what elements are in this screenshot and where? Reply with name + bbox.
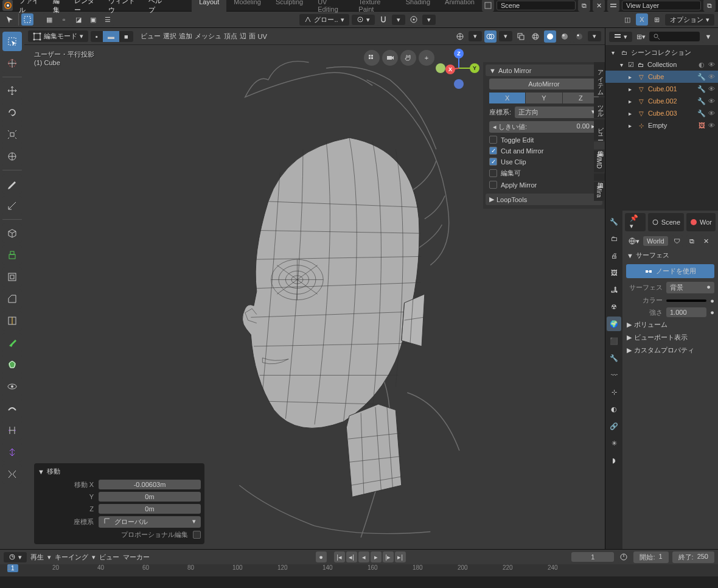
menu-file[interactable]: ファイル [19,0,44,15]
gizmo-dropdown[interactable]: ▾ [469,31,482,41]
viewport-menu-vertex[interactable]: 頂点 [224,32,237,41]
menu-window[interactable]: ウィンドウ [108,0,140,15]
world-copy-icon[interactable]: ⧉ [686,235,697,247]
shading-matprev-icon[interactable] [559,30,571,43]
prev-key-icon[interactable]: ◂| [346,551,357,562]
timeline-track[interactable] [0,576,718,588]
tool-rip-icon[interactable] [2,464,22,484]
start-frame-field[interactable]: 開始:1 [633,551,668,563]
nav-zoom-icon[interactable] [364,50,380,66]
npanel-tab-3[interactable]: 編集 [594,142,605,149]
viewlayer-copy-icon[interactable]: ⧉ [703,0,716,12]
viewport-menu-select[interactable]: 選択 [163,32,176,41]
tool-move-icon[interactable] [2,81,22,100]
drag-action-4-icon[interactable]: ▣ [87,13,99,26]
tool-cursor-icon[interactable] [4,13,16,26]
tool-scale-icon[interactable] [2,125,22,144]
outliner-filter-icon[interactable]: ⊞▾ [635,30,647,43]
viewlayer-name-field[interactable]: View Layer [622,1,701,10]
props-pin-icon[interactable]: 📌▾ [625,213,646,231]
npanel-tab-2[interactable]: ビュー [594,119,605,141]
tl-play-menu[interactable]: 再生 [30,553,44,562]
npanel-tab-5[interactable]: 追加 [594,173,605,181]
use-clip-checkbox[interactable] [489,158,497,166]
tool-add-cube-icon[interactable] [2,223,22,243]
overlay-dropdown[interactable]: ▾ [499,31,512,41]
outliner-mode-dropdown[interactable]: ▾ [609,32,632,42]
workspace-tab-animation[interactable]: Animation [437,0,482,15]
outliner-item-cube-003[interactable]: ▸▽Cube.003🔧👁 [605,107,718,119]
viewport-section-header[interactable]: ▶ビューポート表示 [625,331,716,344]
axis-button-x[interactable]: X [489,93,525,103]
jump-end-icon[interactable]: ▸| [395,551,406,562]
props-tab-10[interactable]: ⊹ [607,385,621,399]
proportional-toggle-icon[interactable] [408,13,420,26]
viewport-gizmo[interactable]: Z Y X [441,50,477,86]
drag-action-1-icon[interactable]: ▦ [43,13,55,26]
props-tab-11[interactable]: ◐ [607,402,621,416]
nav-persp-icon[interactable]: + [419,50,434,66]
preview-range-icon[interactable] [618,551,630,563]
props-tab-0[interactable]: 🔧 [607,214,621,229]
mode-dropdown[interactable]: 編集モード▾ [28,30,88,42]
npanel-tab-4[interactable]: MMD [594,150,604,172]
viewport-canvas[interactable]: ユーザー・平行投影 (1) Cube + Z Y X [24,45,605,549]
volume-section-header[interactable]: ▶ボリューム [625,318,716,331]
tl-marker-menu[interactable]: マーカー [123,553,150,562]
workspace-tab-texture-paint[interactable]: Texture Paint [351,0,398,15]
select-face-icon[interactable]: ■ [119,31,133,42]
tool-measure-icon[interactable] [2,196,22,215]
tool-transform-icon[interactable] [2,147,22,166]
tool-bevel-icon[interactable] [2,289,22,309]
workspace-tab-uv-editing[interactable]: UV Editing [310,0,351,15]
surface-shader-dropdown[interactable]: 背景● [666,282,714,293]
snap-toggle-icon[interactable] [377,13,389,26]
outliner-item-cube[interactable]: ▸▽Cube🔧👁 [605,71,718,83]
outliner-item-empty[interactable]: ▸⊹Empty🖼👁 [605,119,718,131]
editable-checkbox[interactable] [489,169,497,177]
move-y-field[interactable]: 0m [99,492,201,502]
menu-render[interactable]: レンダー [74,0,100,15]
custom-section-header[interactable]: ▶カスタムプロパティ [625,344,716,357]
nav-pan-icon[interactable] [400,50,416,66]
scene-copy-icon[interactable]: ⧉ [578,0,590,12]
shading-wire-icon[interactable] [529,30,542,43]
shading-solid-icon[interactable] [544,30,556,43]
props-tab-1[interactable]: 🗀 [607,231,621,246]
tl-keying-menu[interactable]: キーイング [55,553,88,562]
world-name-field[interactable]: World [643,236,668,246]
npanel-tab-0[interactable]: アイテム [594,62,605,96]
snap-settings-dropdown[interactable]: ▾ [392,15,405,25]
props-tab-7[interactable]: ⬛ [607,334,621,348]
tool-loopcut-icon[interactable] [2,311,22,331]
viewport-menu-edge[interactable]: 辺 [240,32,246,41]
viewport-menu-face[interactable]: 面 [249,32,256,41]
axis-button-y[interactable]: Y [526,93,562,103]
props-tab-8[interactable]: 🔧 [607,351,621,365]
npanel-tab-1[interactable]: ツール [594,97,605,118]
coord-dropdown[interactable]: 正方向▾ [515,107,599,118]
shading-dropdown[interactable]: ▾ [588,31,601,41]
outliner-collection[interactable]: ▾☑🗀Collection◐👁 [605,58,718,71]
3d-viewport[interactable]: 編集モード▾ ▪ ▬ ■ ビュー 選択 追加 メッシュ 頂点 辺 面 UV ▾ … [24,28,605,549]
blender-logo-icon[interactable] [2,0,13,11]
scene-delete-icon[interactable]: ✕ [593,0,605,12]
threshold-field[interactable]: ◂ しきい値:0.00 ▸ [489,121,599,133]
select-edge-icon[interactable]: ▬ [103,31,119,42]
xray-toggle-icon[interactable] [515,30,527,43]
tool-select-box-icon[interactable] [21,13,33,26]
proportional-settings-dropdown[interactable]: ▾ [422,15,436,25]
npanel-tab-6[interactable]: Mira [594,182,604,201]
outliner-item-cube-001[interactable]: ▸▽Cube.001🔧👁 [605,83,718,95]
tool-shrink-icon[interactable] [2,443,22,462]
jump-start-icon[interactable]: |◂ [334,551,345,562]
play-reverse-icon[interactable]: ◂ [358,551,369,562]
props-tab-5[interactable]: ☢ [607,299,621,314]
timeline-ruler[interactable]: 1 120406080100120140160180200220240 [0,564,718,576]
drag-action-5-icon[interactable]: ☰ [102,13,114,26]
props-tab-3[interactable]: 🖼 [607,265,621,280]
surface-section-header[interactable]: ▼サーフェス [625,249,716,262]
viewport-menu-uv[interactable]: UV [258,33,267,40]
color-field[interactable] [666,299,706,302]
props-tab-9[interactable]: 〰 [607,368,621,382]
